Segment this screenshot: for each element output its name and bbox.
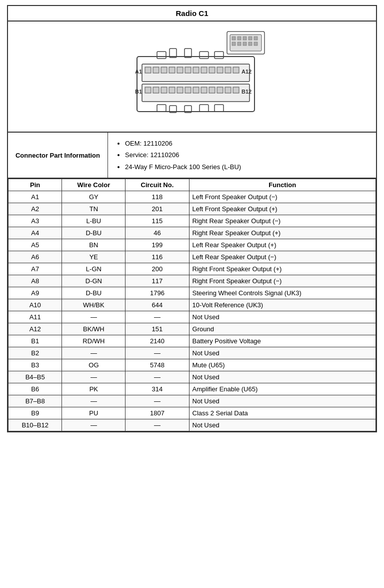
table-row: A7L-GN200Right Front Speaker Output (+)	[8, 263, 376, 275]
col-header-wire: Wire Color	[62, 179, 126, 191]
table-row: A2TN201Left Front Speaker Output (+)	[8, 203, 376, 215]
svg-rect-48	[157, 105, 166, 112]
table-cell-6-0: A7	[8, 263, 62, 275]
info-bullet-2: 24-Way F Micro-Pack 100 Series (L-BU)	[125, 161, 241, 173]
table-cell-3-0: A4	[8, 227, 62, 239]
svg-rect-11	[254, 42, 258, 46]
table-cell-6-2: 200	[126, 263, 189, 275]
table-cell-18-2: 1807	[126, 407, 189, 419]
info-bullet-1: Service: 12110206	[125, 149, 241, 161]
table-row: B3OG5748Mute (U65)	[8, 359, 376, 371]
svg-rect-37	[185, 87, 191, 93]
table-cell-19-2: —	[126, 419, 189, 431]
table-cell-3-1: D-BU	[62, 227, 126, 239]
svg-rect-43	[233, 87, 239, 93]
svg-rect-29	[225, 67, 231, 73]
table-cell-16-3: Amplifier Enable (U65)	[189, 383, 376, 395]
svg-rect-21	[161, 67, 167, 73]
table-cell-12-2: 2140	[126, 335, 189, 347]
table-cell-8-2: 1796	[126, 287, 189, 299]
table-cell-15-3: Not Used	[189, 371, 376, 383]
info-section-label: Connector Part Information	[8, 133, 108, 178]
svg-rect-24	[185, 67, 191, 73]
pin-table-wrapper: Pin Wire Color Circuit No. Function A1GY…	[8, 179, 376, 431]
table-row: A1GY118Left Front Speaker Output (−)	[8, 191, 376, 203]
table-cell-1-1: TN	[62, 203, 126, 215]
table-cell-11-0: A12	[8, 323, 62, 335]
table-cell-6-1: L-GN	[62, 263, 126, 275]
pin-table: Pin Wire Color Circuit No. Function A1GY…	[8, 179, 376, 431]
svg-rect-51	[200, 105, 208, 112]
table-row: B1RD/WH2140Battery Positive Voltage	[8, 335, 376, 347]
table-row: B4–B5——Not Used	[8, 371, 376, 383]
table-cell-0-0: A1	[8, 191, 62, 203]
table-cell-5-0: A6	[8, 251, 62, 263]
table-cell-17-2: —	[126, 395, 189, 407]
table-cell-16-2: 314	[126, 383, 189, 395]
svg-rect-30	[233, 67, 239, 73]
svg-rect-40	[209, 87, 215, 93]
col-header-circuit: Circuit No.	[126, 179, 189, 191]
table-cell-10-3: Not Used	[189, 311, 376, 323]
table-cell-9-3: 10-Volt Reference (UK3)	[189, 299, 376, 311]
table-cell-12-1: RD/WH	[62, 335, 126, 347]
table-row: B2——Not Used	[8, 347, 376, 359]
table-cell-15-1: —	[62, 371, 126, 383]
svg-rect-2	[232, 37, 236, 40]
page-title: Radio C1	[8, 6, 376, 22]
svg-rect-22	[169, 67, 175, 73]
table-cell-13-1: —	[62, 347, 126, 359]
table-cell-11-1: BK/WH	[62, 323, 126, 335]
svg-rect-25	[193, 67, 199, 73]
svg-rect-39	[201, 87, 207, 93]
table-header-row: Pin Wire Color Circuit No. Function	[8, 179, 376, 191]
table-cell-2-1: L-BU	[62, 215, 126, 227]
table-cell-13-3: Not Used	[189, 347, 376, 359]
table-cell-3-3: Right Rear Speaker Output (+)	[189, 227, 376, 239]
table-cell-19-0: B10–B12	[8, 419, 62, 431]
table-cell-2-2: 115	[126, 215, 189, 227]
table-cell-5-1: YE	[62, 251, 126, 263]
table-cell-14-2: 5748	[126, 359, 189, 371]
svg-rect-10	[248, 42, 252, 46]
table-cell-14-0: B3	[8, 359, 62, 371]
svg-text:A1: A1	[135, 69, 142, 75]
connector-diagram: A1 A12 B1 B12	[112, 27, 272, 127]
table-cell-9-2: 644	[126, 299, 189, 311]
svg-rect-52	[214, 105, 224, 112]
col-header-function: Function	[189, 179, 376, 191]
table-cell-7-3: Right Front Speaker Output (−)	[189, 275, 376, 287]
table-cell-1-2: 201	[126, 203, 189, 215]
table-row: A5BN199Left Rear Speaker Output (+)	[8, 239, 376, 251]
table-row: B6PK314Amplifier Enable (U65)	[8, 383, 376, 395]
table-cell-12-0: B1	[8, 335, 62, 347]
table-row: A6YE116Left Rear Speaker Output (−)	[8, 251, 376, 263]
table-row: A4D-BU46Right Rear Speaker Output (+)	[8, 227, 376, 239]
svg-rect-5	[248, 37, 252, 40]
svg-rect-38	[193, 87, 199, 93]
table-cell-15-0: B4–B5	[8, 371, 62, 383]
table-row: A12BK/WH151Ground	[8, 323, 376, 335]
table-cell-13-2: —	[126, 347, 189, 359]
table-cell-0-3: Left Front Speaker Output (−)	[189, 191, 376, 203]
table-row: B9PU1807Class 2 Serial Data	[8, 407, 376, 419]
table-cell-8-0: A9	[8, 287, 62, 299]
svg-rect-26	[201, 67, 207, 73]
svg-rect-28	[217, 67, 223, 73]
svg-rect-42	[225, 87, 231, 93]
table-cell-19-1: —	[62, 419, 126, 431]
table-row: A11——Not Used	[8, 311, 376, 323]
svg-rect-35	[169, 87, 175, 93]
svg-text:B1: B1	[135, 89, 142, 95]
table-cell-7-1: D-GN	[62, 275, 126, 287]
table-cell-12-3: Battery Positive Voltage	[189, 335, 376, 347]
table-cell-10-0: A11	[8, 311, 62, 323]
page-wrapper: Radio C1	[7, 5, 377, 432]
table-cell-5-3: Left Rear Speaker Output (−)	[189, 251, 376, 263]
svg-rect-4	[243, 37, 246, 40]
table-cell-11-3: Ground	[189, 323, 376, 335]
table-cell-2-0: A3	[8, 215, 62, 227]
info-section: Connector Part Information OEM: 12110206…	[8, 133, 376, 179]
svg-rect-19	[145, 67, 151, 73]
table-row: A10WH/BK64410-Volt Reference (UK3)	[8, 299, 376, 311]
